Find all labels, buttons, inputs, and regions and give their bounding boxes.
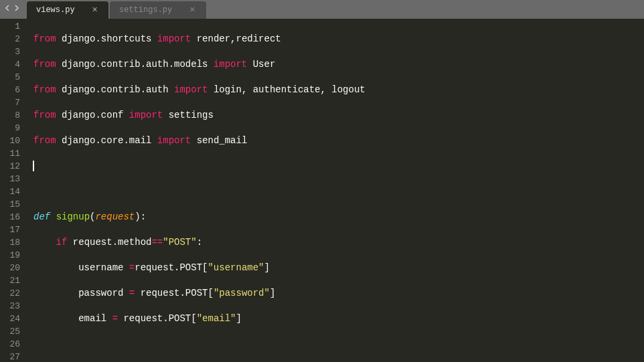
line-number: 8 <box>0 109 20 122</box>
line-number: 17 <box>0 223 20 236</box>
line-number: 15 <box>0 198 20 211</box>
tab-label: settings.py <box>119 5 172 15</box>
line-number: 3 <box>0 46 20 58</box>
code-content[interactable]: from django.shortcuts import render,redi… <box>27 19 644 362</box>
text-cursor <box>33 161 34 171</box>
tab-bar: views.py × settings.py × <box>0 0 644 19</box>
line-number: 13 <box>0 173 20 185</box>
line-number: 23 <box>0 300 20 312</box>
line-number: 7 <box>0 96 20 109</box>
line-number: 10 <box>0 134 20 147</box>
nav-forward-button[interactable] <box>12 2 21 14</box>
nav-back-button[interactable] <box>3 2 12 14</box>
line-number: 25 <box>0 325 20 338</box>
close-icon[interactable]: × <box>91 5 99 15</box>
line-number: 20 <box>0 262 20 274</box>
tab-views-py[interactable]: views.py × <box>27 1 108 19</box>
line-number: 12 <box>0 160 20 173</box>
line-number: 24 <box>0 312 20 325</box>
code-editor[interactable]: 1234567891011121314151617181920212223242… <box>0 19 644 362</box>
line-number: 6 <box>0 84 20 96</box>
line-number: 4 <box>0 58 20 71</box>
close-icon[interactable]: × <box>188 5 196 15</box>
line-number-gutter: 1234567891011121314151617181920212223242… <box>0 19 27 362</box>
line-number: 1 <box>0 20 20 33</box>
line-number: 18 <box>0 236 20 249</box>
tab-label: views.py <box>36 5 75 15</box>
line-number: 19 <box>0 249 20 262</box>
line-number: 9 <box>0 122 20 134</box>
line-number: 27 <box>0 351 20 362</box>
line-number: 14 <box>0 185 20 198</box>
line-number: 16 <box>0 211 20 223</box>
line-number: 22 <box>0 287 20 300</box>
line-number: 26 <box>0 338 20 351</box>
line-number: 11 <box>0 147 20 160</box>
line-number: 21 <box>0 274 20 287</box>
tab-settings-py[interactable]: settings.py × <box>110 1 206 19</box>
line-number: 2 <box>0 33 20 46</box>
line-number: 5 <box>0 71 20 84</box>
nav-controls <box>3 2 21 14</box>
